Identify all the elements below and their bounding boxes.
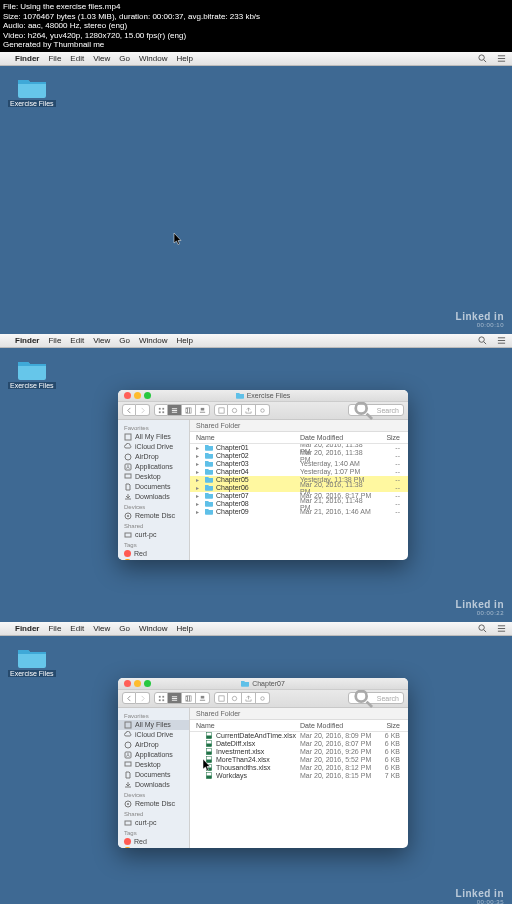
arrange-button[interactable] <box>214 692 228 704</box>
arrange-button[interactable] <box>214 404 228 416</box>
nav-back-button[interactable] <box>122 404 136 416</box>
search-input[interactable]: Search <box>348 404 404 416</box>
action-button[interactable] <box>228 692 242 704</box>
view-columns-button[interactable] <box>182 692 196 704</box>
table-row[interactable]: ▸Chapter06Mar 20, 2016, 11:38 PM-- <box>190 484 408 492</box>
share-button[interactable] <box>242 692 256 704</box>
desktop-folder[interactable]: Exercise Files <box>8 76 56 107</box>
menu-edit[interactable]: Edit <box>70 624 84 633</box>
view-coverflow-button[interactable] <box>196 404 210 416</box>
table-row[interactable]: ▸Chapter01Mar 20, 2016, 11:38 PM-- <box>190 444 408 452</box>
sidebar-remote-disc[interactable]: Remote Disc <box>118 799 189 809</box>
table-row[interactable]: ▸Chapter08Mar 21, 2016, 11:48 PM-- <box>190 500 408 508</box>
sidebar-downloads[interactable]: Downloads <box>118 492 189 502</box>
table-row[interactable]: CurrentDateAndTime.xlsxMar 20, 2016, 8:0… <box>190 732 408 740</box>
view-icons-button[interactable] <box>154 692 168 704</box>
sidebar-shared-machine[interactable]: curt-pc <box>118 818 189 828</box>
table-row[interactable]: ▸Chapter03Yesterday, 1:40 AM-- <box>190 460 408 468</box>
menu-go[interactable]: Go <box>119 624 130 633</box>
table-row[interactable]: ▸Chapter04Yesterday, 1:07 PM-- <box>190 468 408 476</box>
search-input[interactable]: Search <box>348 692 404 704</box>
menu-window[interactable]: Window <box>139 336 167 345</box>
sidebar-all-my-files[interactable]: All My Files <box>118 432 189 442</box>
col-date[interactable]: Date Modified <box>300 434 372 441</box>
column-headers[interactable]: Name Date Modified Size <box>190 432 408 444</box>
spotlight-icon[interactable] <box>477 623 487 633</box>
sidebar-all-my-files[interactable]: All My Files <box>118 720 189 730</box>
table-row[interactable]: Investment.xlsxMar 20, 2016, 9:26 PM6 KB <box>190 748 408 756</box>
table-row[interactable]: Thousandths.xlsxMar 20, 2016, 8:12 PM6 K… <box>190 764 408 772</box>
sidebar-tag-red[interactable]: Red <box>118 549 189 558</box>
table-row[interactable]: DateDiff.xlsxMar 20, 2016, 8:07 PM6 KB <box>190 740 408 748</box>
sidebar-desktop[interactable]: Desktop <box>118 760 189 770</box>
menu-go[interactable]: Go <box>119 336 130 345</box>
sidebar-icloud[interactable]: iCloud Drive <box>118 442 189 452</box>
sidebar-airdrop[interactable]: AirDrop <box>118 740 189 750</box>
spotlight-icon[interactable] <box>477 335 487 345</box>
view-list-button[interactable] <box>168 404 182 416</box>
menu-view[interactable]: View <box>93 54 110 63</box>
sidebar-icloud[interactable]: iCloud Drive <box>118 730 189 740</box>
tags-button[interactable] <box>256 692 270 704</box>
menu-edit[interactable]: Edit <box>70 54 84 63</box>
menu-file[interactable]: File <box>48 624 61 633</box>
nav-back-button[interactable] <box>122 692 136 704</box>
menu-help[interactable]: Help <box>176 336 192 345</box>
column-headers[interactable]: Name Date Modified Size <box>190 720 408 732</box>
menu-help[interactable]: Help <box>176 624 192 633</box>
col-name[interactable]: Name <box>190 722 300 729</box>
sidebar-downloads[interactable]: Downloads <box>118 780 189 790</box>
share-button[interactable] <box>242 404 256 416</box>
menu-icon[interactable] <box>496 623 506 633</box>
view-coverflow-button[interactable] <box>196 692 210 704</box>
view-icons-button[interactable] <box>154 404 168 416</box>
menu-window[interactable]: Window <box>139 54 167 63</box>
sidebar-airdrop[interactable]: AirDrop <box>118 452 189 462</box>
col-name[interactable]: Name <box>190 434 300 441</box>
action-button[interactable] <box>228 404 242 416</box>
view-columns-button[interactable] <box>182 404 196 416</box>
tags-button[interactable] <box>256 404 270 416</box>
nav-forward-button[interactable] <box>136 404 150 416</box>
view-list-button[interactable] <box>168 692 182 704</box>
sidebar-remote-disc[interactable]: Remote Disc <box>118 511 189 521</box>
table-row[interactable]: WorkdaysMar 20, 2016, 8:15 PM7 KB <box>190 772 408 780</box>
menu-view[interactable]: View <box>93 624 110 633</box>
table-row[interactable]: ▸Chapter09Mar 21, 2016, 1:46 AM-- <box>190 508 408 516</box>
table-row[interactable]: ▸Chapter02Mar 20, 2016, 11:38 PM-- <box>190 452 408 460</box>
menu-edit[interactable]: Edit <box>70 336 84 345</box>
sidebar-documents[interactable]: Documents <box>118 482 189 492</box>
sidebar-tag-orange[interactable]: Orange <box>118 846 189 848</box>
col-date[interactable]: Date Modified <box>300 722 372 729</box>
window-titlebar[interactable]: Chapter07 <box>118 678 408 690</box>
sidebar-applications[interactable]: AApplications <box>118 750 189 760</box>
menu-window[interactable]: Window <box>139 624 167 633</box>
sidebar-desktop[interactable]: Desktop <box>118 472 189 482</box>
menu-go[interactable]: Go <box>119 54 130 63</box>
menu-icon[interactable] <box>496 53 506 63</box>
menubar-app[interactable]: Finder <box>15 336 39 345</box>
nav-forward-button[interactable] <box>136 692 150 704</box>
desktop-folder[interactable]: Exercise Files <box>8 358 56 389</box>
sidebar-documents[interactable]: Documents <box>118 770 189 780</box>
table-row[interactable]: ▸Chapter07Mar 20, 2016, 8:17 PM-- <box>190 492 408 500</box>
svg-line-26 <box>367 413 372 418</box>
col-size[interactable]: Size <box>372 722 408 729</box>
menubar-app[interactable]: Finder <box>15 624 39 633</box>
sidebar-tag-orange[interactable]: Orange <box>118 558 189 560</box>
menu-icon[interactable] <box>496 335 506 345</box>
window-titlebar[interactable]: Exercise Files <box>118 390 408 402</box>
col-size[interactable]: Size <box>372 434 408 441</box>
menu-help[interactable]: Help <box>176 54 192 63</box>
table-row[interactable]: MoreThan24.xlsxMar 20, 2016, 5:52 PM6 KB <box>190 756 408 764</box>
menu-file[interactable]: File <box>48 54 61 63</box>
sidebar-applications[interactable]: AApplications <box>118 462 189 472</box>
menu-view[interactable]: View <box>93 336 110 345</box>
sidebar-tag-red[interactable]: Red <box>118 837 189 846</box>
sidebar-shared-machine[interactable]: curt-pc <box>118 530 189 540</box>
menubar-app[interactable]: Finder <box>15 54 39 63</box>
spotlight-icon[interactable] <box>477 53 487 63</box>
menu-file[interactable]: File <box>48 336 61 345</box>
table-row[interactable]: ▸Chapter05Yesterday, 11:38 PM-- <box>190 476 408 484</box>
desktop-folder[interactable]: Exercise Files <box>8 646 56 677</box>
